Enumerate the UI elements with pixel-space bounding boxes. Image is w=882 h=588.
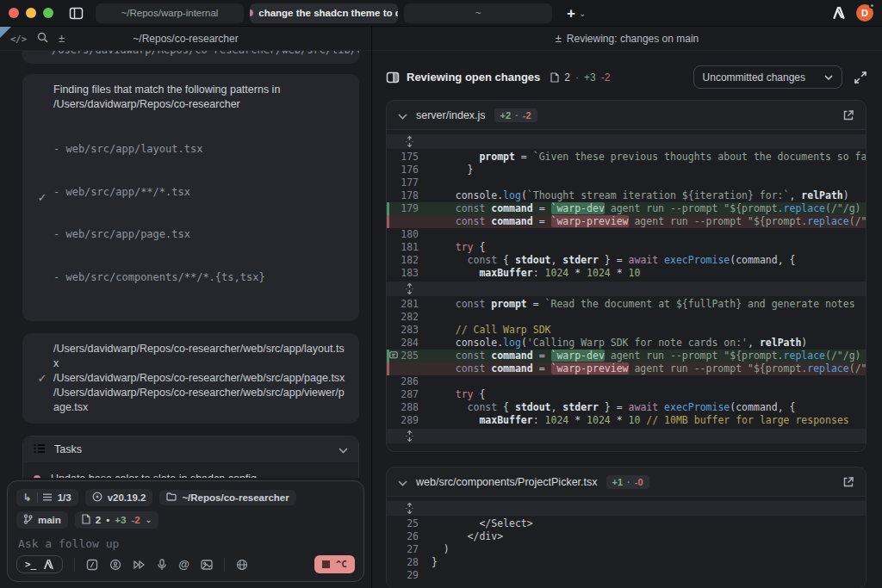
branch-pill[interactable]: main <box>16 511 68 529</box>
agent-profile-icon[interactable] <box>109 559 121 571</box>
zoom-window-button[interactable] <box>43 8 53 18</box>
changes-pill[interactable]: 2 • +3 -2 ⌄ <box>75 511 158 529</box>
expand-hunk-button[interactable] <box>387 282 866 296</box>
globe-icon[interactable] <box>236 559 248 571</box>
diff-card: server/index.js+2·-2175 prompt = `Given … <box>386 100 866 452</box>
terminal-prompt-icon: >_ <box>25 559 36 570</box>
presence-dot <box>869 3 875 9</box>
steps-count: 1/3 <box>58 492 71 503</box>
code-line: 179 const command = `warp-dev agent run … <box>387 202 866 215</box>
microphone-icon[interactable] <box>157 559 167 571</box>
cwd-pill[interactable]: ~/Repos/co-researcher <box>159 490 295 505</box>
runtime-pill[interactable]: v20.19.2 <box>85 489 153 506</box>
code-text: console.log('Calling Warp SDK for note c… <box>432 337 866 350</box>
file-path: /Users/davidwarp/Repos/co-researcher/web… <box>53 386 349 415</box>
open-external-icon[interactable] <box>842 109 854 121</box>
diff-icon[interactable]: ± <box>59 32 65 45</box>
tab-home[interactable]: ~ <box>404 3 552 23</box>
tab-list-chevron-icon[interactable]: ⌄ <box>579 9 586 18</box>
code-line: 29 <box>387 569 866 582</box>
expand-hunk-button[interactable] <box>387 134 866 149</box>
line-number: 177 <box>387 176 432 189</box>
dot-separator: · <box>515 110 519 121</box>
chevron-down-icon[interactable] <box>398 474 407 490</box>
tasks-header[interactable]: Tasks <box>23 436 358 462</box>
warp-agent-icon <box>43 559 54 570</box>
finding-files-card[interactable]: ✓ Finding files that match the following… <box>22 74 359 321</box>
code-text <box>432 311 866 324</box>
code-text <box>432 375 866 388</box>
branch-name: main <box>38 515 61 525</box>
line-number: 29 <box>387 569 432 582</box>
line-number: 180 <box>387 228 432 241</box>
code-text: const { stdout, stderr } = await execPro… <box>432 401 866 414</box>
line-number: 281 <box>387 298 432 311</box>
code-block: 25 </Select>26 </div>27 )28}29 <box>387 496 866 588</box>
code-line: 284 console.log('Calling Warp SDK for no… <box>387 337 866 350</box>
code-text: } <box>432 556 866 569</box>
left-pane-header: </> ± ~/Repos/co-researcher <box>0 27 371 51</box>
code-text: const command = `warp-preview agent run … <box>432 215 866 228</box>
diff-card-header[interactable]: server/index.js+2·-2 <box>387 101 866 129</box>
attach-image-icon[interactable] <box>201 560 213 570</box>
line-number: 282 <box>387 311 432 324</box>
code-text: const { stdout, stderr } = await execPro… <box>432 254 866 267</box>
minimize-window-button[interactable] <box>26 8 36 18</box>
code-line: 281 const prompt = `Read the document at… <box>387 298 866 311</box>
tab-activity-dot <box>250 9 253 16</box>
line-number: 285 <box>387 350 432 362</box>
search-icon[interactable] <box>37 32 48 46</box>
expand-panel-icon[interactable] <box>854 71 866 84</box>
open-external-icon[interactable] <box>842 476 854 488</box>
additions-count: +3 <box>115 515 126 525</box>
sidebar-toggle-icon[interactable] <box>69 7 84 20</box>
fast-forward-icon[interactable] <box>133 560 146 570</box>
mention-icon[interactable]: @ <box>178 558 189 571</box>
file-path: /Users/davidwarp/Repos/co-researcher/web… <box>53 371 349 386</box>
code-block-icon[interactable] <box>86 559 98 571</box>
code-blocks-icon[interactable]: </> <box>10 34 27 44</box>
code-line: 180 <box>387 228 866 241</box>
code-line: 26 </div> <box>387 530 866 543</box>
expand-hunk-button[interactable] <box>387 429 866 443</box>
chevron-down-icon[interactable] <box>339 442 348 457</box>
pane-focus-indicator <box>0 27 11 38</box>
user-avatar[interactable]: D <box>856 4 873 22</box>
diff-additions: +1 <box>612 477 624 487</box>
line-number: 283 <box>387 324 432 337</box>
deletions-count: -2 <box>131 515 140 525</box>
diff-card-list: server/index.js+2·-2175 prompt = `Given … <box>372 100 882 588</box>
close-window-button[interactable] <box>9 8 19 18</box>
pattern-line: - web/src/app/page.tsx <box>53 227 349 242</box>
review-deletions: -2 <box>601 71 611 84</box>
task-item[interactable]: Update base color to slate in shadcn con… <box>23 467 358 478</box>
diff-icon: ± <box>556 32 562 45</box>
tab-shadcn-theme[interactable]: change the shadcn theme to d <box>250 3 398 23</box>
chevron-down-icon[interactable] <box>398 108 407 123</box>
composer[interactable]: ↳ 1/3 <box>7 480 364 582</box>
matched-files-card[interactable]: ✓ /Users/davidwarp/Repos/co-researcher/w… <box>22 333 359 424</box>
line-number <box>387 215 432 228</box>
steps-pill[interactable]: ↳ 1/3 <box>16 489 78 506</box>
stop-shortcut: ^C <box>336 559 347 570</box>
line-number: 288 <box>387 401 432 414</box>
tab-warp-internal[interactable]: ~/Repos/warp-internal <box>96 3 244 23</box>
diff-card-header[interactable]: web/src/components/ProjectPicker.tsx+1·-… <box>387 467 866 496</box>
task-label: Update base color to slate in shadcn con… <box>51 473 257 478</box>
comment-icon[interactable] <box>389 350 398 363</box>
task-active-dot <box>34 475 40 478</box>
changes-scope-select[interactable]: Uncommitted changes <box>693 65 842 89</box>
code-text: // Call Warp SDK <box>432 324 866 337</box>
chevron-down-icon <box>824 75 833 80</box>
line-number: 175 <box>387 151 432 164</box>
code-text <box>432 176 866 189</box>
new-tab-button[interactable]: + <box>567 6 575 21</box>
expand-hunk-button[interactable] <box>387 501 866 516</box>
input-mode-toggle[interactable]: >_ <box>16 555 63 573</box>
line-number: 179 <box>387 202 432 215</box>
warp-logo-icon <box>832 6 846 20</box>
follow-up-input[interactable]: Ask a follow up <box>18 537 353 550</box>
node-version-icon <box>92 492 102 504</box>
stop-button[interactable]: ^C <box>314 555 355 573</box>
line-number: 287 <box>387 388 432 401</box>
